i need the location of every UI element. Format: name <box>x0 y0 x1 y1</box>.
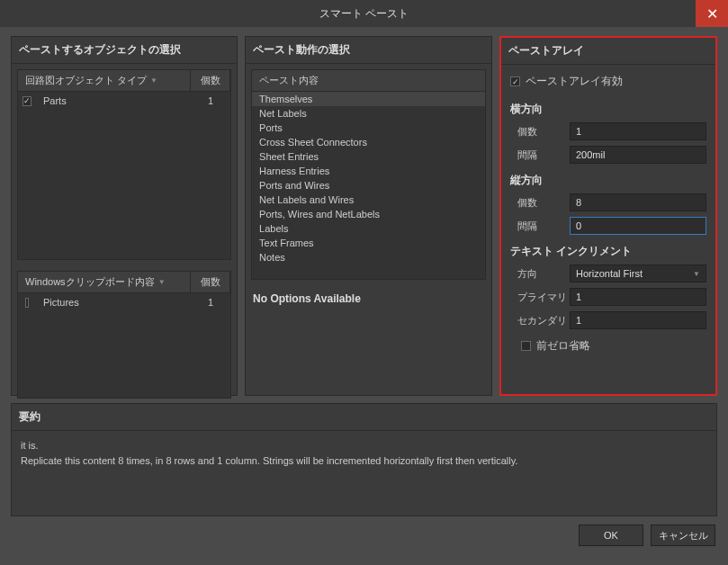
vert-spacing-label: 間隔 <box>510 220 570 233</box>
cancel-button[interactable]: キャンセル <box>651 525 715 546</box>
primary-label: プライマリ <box>510 291 570 304</box>
table-body: Pictures 1 <box>18 293 230 398</box>
list-item[interactable]: Ports <box>252 121 485 135</box>
vert-count-label: 個数 <box>510 196 570 210</box>
list-item[interactable]: Harness Entries <box>252 164 485 178</box>
window-title: スマート ペースト <box>319 6 409 22</box>
caret-down-icon: ▼ <box>158 278 166 286</box>
ok-button[interactable]: OK <box>579 525 643 546</box>
row-count: 1 <box>191 295 230 309</box>
leading-zero-label: 前ゼロ省略 <box>536 338 590 354</box>
horiz-spacing-input[interactable] <box>570 146 706 164</box>
objects-panel: ペーストするオブジェクトの選択 回路図オブジェクト タイプ▼ 個数 Parts … <box>11 36 238 396</box>
paste-as-header: ペースト内容 <box>251 69 486 91</box>
primary-row: プライマリ <box>510 288 706 306</box>
col-clipboard[interactable]: Windowsクリップボード内容▼ <box>18 272 191 292</box>
table-body: Parts 1 <box>18 92 230 259</box>
list-item[interactable]: Text Frames <box>252 236 485 250</box>
table-header: 回路図オブジェクト タイプ▼ 個数 <box>18 70 230 92</box>
row-count: 1 <box>191 94 230 108</box>
enable-array-checkbox[interactable] <box>510 76 520 86</box>
list-item[interactable]: Notes <box>252 250 485 265</box>
objects-panel-header: ペーストするオブジェクトの選択 <box>12 37 237 64</box>
content: ペーストするオブジェクトの選択 回路図オブジェクト タイプ▼ 個数 Parts … <box>0 27 728 399</box>
vert-count-row: 個数 <box>510 193 706 211</box>
list-item[interactable]: Ports and Wires <box>252 178 485 193</box>
direction-label: 方向 <box>510 267 570 281</box>
leading-zero-row[interactable]: 前ゼロ省略 <box>510 335 706 357</box>
chevron-down-icon: ▼ <box>693 270 700 278</box>
list-item[interactable]: Ports, Wires and NetLabels <box>252 207 485 221</box>
row-name: Pictures <box>36 295 191 309</box>
secondary-input[interactable] <box>570 311 706 329</box>
direction-select[interactable]: Horizontal First ▼ <box>570 265 706 282</box>
caret-down-icon: ▼ <box>150 76 157 85</box>
table-header: Windowsクリップボード内容▼ 個数 <box>18 272 230 293</box>
paste-as-list-wrap: ペースト内容 ThemselvesNet LabelsPortsCross Sh… <box>251 69 486 280</box>
summary-line1: it is. <box>21 438 707 453</box>
close-button[interactable]: ✕ <box>696 0 728 27</box>
direction-value: Horizontal First <box>576 268 643 279</box>
col-type[interactable]: 回路図オブジェクト タイプ▼ <box>18 70 191 91</box>
enable-array-label: ペーストアレイ有効 <box>526 74 623 89</box>
list-item[interactable]: Labels <box>252 221 485 236</box>
paste-array-body: ペーストアレイ有効 横方向 個数 間隔 縦方向 個数 間隔 テキスト インクリメ… <box>501 65 715 363</box>
list-item[interactable]: Themselves <box>252 92 485 106</box>
summary-header: 要約 <box>12 404 716 431</box>
close-icon: ✕ <box>706 5 718 22</box>
primary-input[interactable] <box>570 288 706 306</box>
vertical-label: 縦方向 <box>510 173 706 188</box>
col-count[interactable]: 個数 <box>191 272 230 292</box>
direction-row: 方向 Horizontal First ▼ <box>510 265 706 282</box>
paste-as-list[interactable]: ThemselvesNet LabelsPortsCross Sheet Con… <box>251 91 486 280</box>
list-item[interactable]: Net Labels and Wires <box>252 193 485 207</box>
list-item[interactable]: Cross Sheet Connectors <box>252 135 485 149</box>
secondary-label: セカンダリ <box>510 314 570 327</box>
table-row[interactable]: Pictures 1 <box>18 293 230 311</box>
vert-count-input[interactable] <box>570 193 706 211</box>
table-row[interactable]: Parts 1 <box>18 92 230 110</box>
clipboard-table: Windowsクリップボード内容▼ 個数 Pictures 1 <box>17 271 231 399</box>
row-name: Parts <box>36 94 191 108</box>
col-count[interactable]: 個数 <box>191 70 230 91</box>
paste-array-panel: ペーストアレイ ペーストアレイ有効 横方向 個数 間隔 縦方向 個数 間隔 <box>499 36 717 396</box>
action-panel: ペースト動作の選択 ペースト内容 ThemselvesNet LabelsPor… <box>245 36 492 396</box>
horiz-spacing-label: 間隔 <box>510 148 570 162</box>
text-increment-label: テキスト インクリメント <box>510 244 706 259</box>
paste-array-header: ペーストアレイ <box>501 38 715 65</box>
secondary-row: セカンダリ <box>510 311 706 329</box>
horiz-count-row: 個数 <box>510 122 706 140</box>
vert-spacing-row: 間隔 <box>510 217 706 235</box>
summary-body: it is. Replicate this content 8 times, i… <box>12 431 716 475</box>
footer: OK キャンセル <box>0 516 728 554</box>
row-checkbox[interactable] <box>22 96 31 106</box>
no-options-label: No Options Available <box>246 285 491 312</box>
leading-zero-checkbox[interactable] <box>521 341 531 351</box>
summary-panel: 要約 it is. Replicate this content 8 times… <box>11 403 717 516</box>
action-panel-header: ペースト動作の選択 <box>246 37 491 64</box>
horiz-count-input[interactable] <box>570 122 706 140</box>
enable-array-row[interactable]: ペーストアレイ有効 <box>510 70 706 93</box>
list-item[interactable]: Net Labels <box>252 106 485 121</box>
vert-spacing-input[interactable] <box>570 217 706 235</box>
horizontal-label: 横方向 <box>510 102 706 117</box>
summary-line2: Replicate this content 8 times, in 8 row… <box>21 453 707 469</box>
horiz-count-label: 個数 <box>510 125 570 139</box>
titlebar: スマート ペースト ✕ <box>0 0 728 27</box>
row-checkbox[interactable] <box>25 298 29 308</box>
schematic-objects-table: 回路図オブジェクト タイプ▼ 個数 Parts 1 <box>17 69 231 260</box>
horiz-spacing-row: 間隔 <box>510 146 706 164</box>
list-item[interactable]: Sheet Entries <box>252 149 485 164</box>
